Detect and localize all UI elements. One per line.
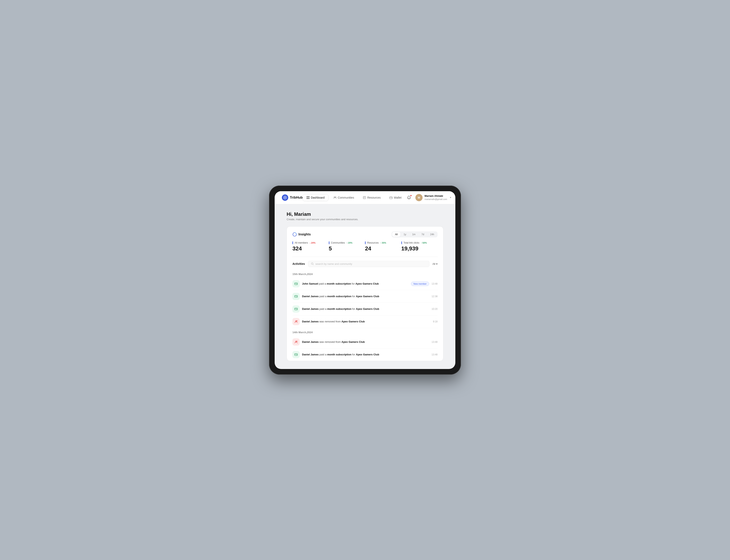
notification-dot xyxy=(410,195,412,196)
activity-time: 13:48 xyxy=(431,341,437,343)
nav-link-dashboard[interactable]: Dashboard xyxy=(303,194,329,201)
activity-text: Daniel James was removed from Apex Gamer… xyxy=(302,340,365,343)
nav-link-wallet[interactable]: Wallet xyxy=(385,194,405,201)
svg-point-6 xyxy=(335,197,336,198)
page-greeting: Hi, Mariam xyxy=(287,211,443,217)
activity-time: 13:48 xyxy=(431,282,437,285)
user-text: Mariam Afolabi mariamafo@gmail.com xyxy=(424,194,447,201)
activity-action: month subscription xyxy=(327,282,351,285)
svg-point-11 xyxy=(312,263,313,265)
wallet-icon xyxy=(389,196,392,199)
activity-left: Daniel James was removed from Apex Gamer… xyxy=(293,318,365,325)
filter-1m[interactable]: 1m xyxy=(409,232,418,237)
filter-all[interactable]: All xyxy=(392,232,400,237)
insights-label: Insights xyxy=(299,233,311,236)
resources-icon xyxy=(363,196,366,199)
activity-left: Daniel James paid a month subscription f… xyxy=(293,305,379,313)
activity-left: Daniel James paid a month subscription f… xyxy=(293,351,379,358)
activity-right: 13:48 xyxy=(431,353,437,356)
activities-title: Activities xyxy=(293,262,305,265)
stat-change-communities: ↑ 20% xyxy=(347,242,353,244)
screen: TribHub Dashboard xyxy=(275,191,455,369)
activity-person: Daniel James xyxy=(302,340,319,343)
new-member-badge: New member xyxy=(411,282,429,286)
insights-header: Insights All 1y 1m 7d 24h xyxy=(293,231,437,237)
svg-rect-16 xyxy=(295,308,298,310)
svg-point-17 xyxy=(297,309,297,310)
activity-community: Apex Gamers Club xyxy=(356,295,379,298)
list-item: Daniel James was removed from Apex Gamer… xyxy=(293,315,437,328)
svg-rect-7 xyxy=(363,196,365,199)
communities-icon xyxy=(334,196,337,199)
activity-person: Daniel James xyxy=(302,295,319,298)
activity-community: Apex Gamers Club xyxy=(356,307,379,310)
notifications-button[interactable] xyxy=(405,194,412,201)
nav-links: Dashboard Communities xyxy=(303,194,405,201)
search-bar[interactable] xyxy=(308,261,429,267)
dashboard-label: Dashboard xyxy=(311,196,325,199)
activity-right: 10:20 xyxy=(431,308,437,310)
payment-icon xyxy=(293,351,300,358)
search-input[interactable] xyxy=(316,262,426,265)
stat-bar-clicks xyxy=(401,241,402,244)
list-item: Daniel James paid a month subscription f… xyxy=(293,348,437,361)
filter-all-button[interactable]: All ▾ xyxy=(432,262,437,265)
removal-icon xyxy=(293,318,300,325)
stat-bar-members xyxy=(293,241,293,244)
stat-bar-resources xyxy=(365,241,365,244)
logo-text: TribHub xyxy=(290,196,303,200)
list-item: John Samuel paid a month subscription fo… xyxy=(293,278,437,290)
stat-all-members: All members ↓ 24% 324 xyxy=(293,241,329,252)
device-frame: TribHub Dashboard xyxy=(269,186,461,375)
activity-right: 13:48 xyxy=(431,341,437,343)
svg-point-13 xyxy=(297,284,297,284)
nav-link-resources[interactable]: Resources xyxy=(359,194,384,201)
search-icon xyxy=(311,262,314,265)
activity-community: Apex Gamers Club xyxy=(342,320,365,323)
dropdown-icon: ▾ xyxy=(436,262,437,265)
insights-title: Insights xyxy=(293,232,311,237)
svg-rect-2 xyxy=(308,196,310,197)
filter-1y[interactable]: 1y xyxy=(401,232,409,237)
wallet-label: Wallet xyxy=(394,196,401,199)
activity-action: month subscription xyxy=(327,353,352,356)
svg-point-5 xyxy=(334,197,335,198)
user-menu[interactable]: M Mariam Afolabi mariamafo@gmail.com ▼ xyxy=(415,194,451,201)
activity-left: Daniel James paid a month subscription f… xyxy=(293,293,379,300)
stat-resources: Resources ↑ 35% 24 xyxy=(365,241,401,252)
stat-link-clicks: Total link clicks ↑ 50% 19,939 xyxy=(401,241,438,252)
dashboard-icon xyxy=(307,196,310,199)
user-name: Mariam Afolabi xyxy=(424,194,447,198)
activity-person: John Samuel xyxy=(302,282,318,285)
activity-person: Daniel James xyxy=(302,353,319,356)
svg-point-15 xyxy=(297,297,297,297)
avatar: M xyxy=(415,194,422,201)
activity-action: month subscription xyxy=(327,307,352,310)
stat-change-members: ↓ 24% xyxy=(310,242,316,244)
stats-row: All members ↓ 24% 324 Communities xyxy=(293,241,437,257)
stat-change-clicks: ↑ 50% xyxy=(421,242,427,244)
filter-7d[interactable]: 7d xyxy=(419,232,427,237)
stat-change-resources: ↑ 35% xyxy=(380,242,386,244)
stat-value-members: 324 xyxy=(293,245,324,252)
activity-community: Apex Gamers Club xyxy=(356,353,379,356)
filter-24h[interactable]: 24h xyxy=(427,232,437,237)
activity-community: Apex Gamers Club xyxy=(356,282,378,285)
navbar: TribHub Dashboard xyxy=(275,191,455,204)
insights-card: Insights All 1y 1m 7d 24h xyxy=(287,226,443,361)
removal-icon xyxy=(293,338,300,346)
activity-text: Daniel James paid a month subscription f… xyxy=(302,295,379,298)
svg-point-21 xyxy=(297,355,297,355)
activity-text: Daniel James was removed from Apex Gamer… xyxy=(302,320,365,323)
logo[interactable]: TribHub xyxy=(282,194,303,201)
nav-link-communities[interactable]: Communities xyxy=(330,194,358,201)
chevron-down-icon: ▼ xyxy=(449,196,451,199)
stat-value-clicks: 19,939 xyxy=(401,245,433,252)
svg-rect-14 xyxy=(295,295,298,297)
user-email: mariamafo@gmail.com xyxy=(424,198,447,201)
activities-header: Activities All ▾ xyxy=(293,261,437,270)
payment-icon xyxy=(293,305,300,313)
activity-left: John Samuel paid a month subscription fo… xyxy=(293,280,379,287)
activity-community: Apex Gamers Club xyxy=(342,340,365,343)
activity-text: Daniel James paid a month subscription f… xyxy=(302,353,379,356)
